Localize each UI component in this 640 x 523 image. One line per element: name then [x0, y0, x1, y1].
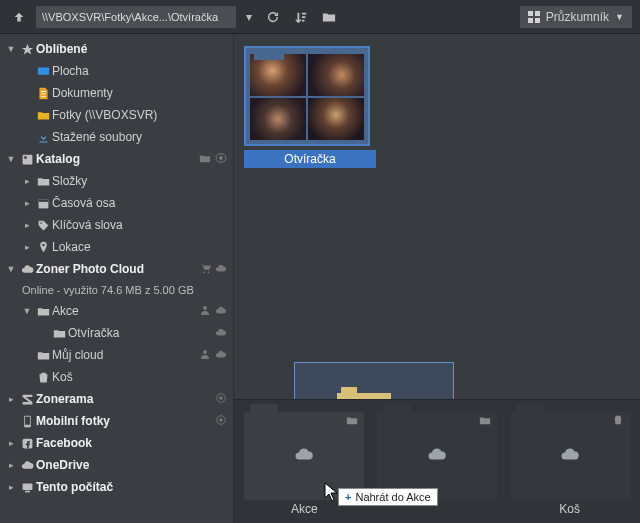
- sidebar-item-keywords[interactable]: ▸ Klíčová slova: [0, 214, 233, 236]
- svg-point-12: [203, 271, 205, 273]
- cart-icon[interactable]: [199, 262, 211, 277]
- folder-thumbnail: [244, 46, 370, 146]
- sidebar-item-folders[interactable]: ▸ Složky: [0, 170, 233, 192]
- cloud-icon: [294, 448, 314, 465]
- svg-point-14: [203, 306, 207, 310]
- cloud-icon[interactable]: [215, 304, 227, 319]
- sidebar-item-downloads[interactable]: ▸ Stažené soubory: [0, 126, 233, 148]
- cloud-icon: [560, 448, 580, 465]
- tag-icon: [34, 219, 52, 232]
- sidebar-facebook-header[interactable]: ▸ Facebook: [0, 432, 233, 454]
- sidebar-cloud-header[interactable]: ▼ Zoner Photo Cloud: [0, 258, 233, 280]
- gear-icon[interactable]: [215, 152, 227, 167]
- svg-rect-6: [24, 156, 26, 158]
- sidebar-favorites-header[interactable]: ▼ Oblíbené: [0, 38, 233, 60]
- cloud-status: Online - využito 74.6 MB z 5.00 GB: [0, 280, 233, 300]
- gear-icon[interactable]: [215, 392, 227, 407]
- sidebar-onedrive-header[interactable]: ▸ OneDrive: [0, 454, 233, 476]
- svg-point-7: [219, 156, 223, 160]
- facebook-icon: [18, 437, 36, 450]
- person-icon[interactable]: [199, 348, 211, 363]
- svg-rect-23: [22, 483, 32, 490]
- folder-small-icon: [346, 414, 358, 429]
- svg-rect-3: [535, 18, 540, 23]
- add-folder-icon[interactable]: [199, 152, 211, 167]
- sidebar-item-documents[interactable]: ▸ Dokumenty: [0, 82, 233, 104]
- svg-rect-2: [528, 18, 533, 23]
- cloud-icon[interactable]: [215, 348, 227, 363]
- trash-icon: [612, 414, 624, 429]
- sidebar-item-desktop[interactable]: ▸ Plocha: [0, 60, 233, 82]
- svg-point-10: [40, 222, 42, 224]
- svg-point-15: [203, 350, 207, 354]
- sidebar-item-trash[interactable]: ▸ Koš: [0, 366, 233, 388]
- person-icon[interactable]: [199, 304, 211, 319]
- caret-down-icon: ▼: [615, 12, 624, 22]
- pin-icon: [34, 241, 52, 254]
- phone-icon: [18, 415, 36, 428]
- svg-rect-5: [22, 154, 32, 164]
- svg-point-21: [219, 418, 222, 421]
- cloud-icon: [18, 263, 36, 276]
- refresh-button[interactable]: [262, 6, 284, 28]
- catalog-icon: [18, 153, 36, 166]
- sidebar-zonerama-header[interactable]: ▸ Zonerama: [0, 388, 233, 410]
- drag-tooltip: + Nahrát do Akce: [338, 488, 438, 506]
- toolbar: \\VBOXSVR\Fotky\Akce...\Otvíračka ▾ Průz…: [0, 0, 640, 34]
- download-icon: [34, 131, 52, 144]
- sidebar-item-otviracka[interactable]: ▸ Otvíračka: [0, 322, 233, 344]
- sidebar-mobile-header[interactable]: ▸ Mobilní fotky: [0, 410, 233, 432]
- drag-tooltip-text: Nahrát do Akce: [355, 491, 430, 503]
- folder-item-otviracka[interactable]: Otvíračka: [244, 46, 376, 168]
- plus-icon: +: [345, 491, 351, 503]
- sidebar-item-akce[interactable]: ▼ Akce: [0, 300, 233, 322]
- trash-icon: [34, 371, 52, 384]
- cloud-icon: [215, 326, 227, 341]
- desktop-icon: [34, 65, 52, 78]
- cloud-sync-icon[interactable]: [215, 262, 227, 277]
- document-icon: [34, 87, 52, 100]
- folder-icon: [34, 109, 52, 122]
- view-mode-label: Průzkumník: [546, 10, 609, 24]
- svg-point-11: [42, 243, 44, 245]
- calendar-icon: [34, 197, 52, 210]
- new-folder-button[interactable]: [318, 6, 340, 28]
- folder-icon: [50, 327, 68, 340]
- star-icon: [18, 43, 36, 56]
- svg-rect-0: [528, 11, 533, 16]
- address-bar[interactable]: \\VBOXSVR\Fotky\Akce...\Otvíračka: [36, 6, 236, 28]
- sidebar-item-mycloud[interactable]: ▸ Můj cloud: [0, 344, 233, 366]
- address-text: \\VBOXSVR\Fotky\Akce...\Otvíračka: [42, 11, 218, 23]
- svg-rect-9: [38, 199, 48, 201]
- sidebar-item-photos[interactable]: ▸ Fotky (\\VBOXSVR): [0, 104, 233, 126]
- view-mode-selector[interactable]: Průzkumník ▼: [520, 6, 632, 28]
- folder-small-icon: [479, 414, 491, 429]
- svg-point-17: [219, 396, 222, 399]
- cursor-icon: [324, 482, 338, 502]
- sidebar: ▼ Oblíbené ▸ Plocha ▸ Dokumenty ▸ Fotky …: [0, 34, 234, 523]
- sidebar-item-timeline[interactable]: ▸ Časová osa: [0, 192, 233, 214]
- svg-rect-1: [535, 11, 540, 16]
- folder-label: Otvíračka: [244, 150, 376, 168]
- zonerama-icon: [18, 393, 36, 406]
- shelf-item-trash[interactable]: Koš: [507, 406, 632, 523]
- sidebar-thispc-header[interactable]: ▸ Tento počítač: [0, 476, 233, 498]
- folder-icon: [34, 349, 52, 362]
- sidebar-catalog-header[interactable]: ▼ Katalog: [0, 148, 233, 170]
- onedrive-icon: [18, 459, 36, 472]
- svg-rect-19: [25, 416, 30, 424]
- computer-icon: [18, 481, 36, 494]
- sort-button[interactable]: [290, 6, 312, 28]
- svg-point-13: [208, 271, 210, 273]
- svg-rect-24: [25, 490, 30, 492]
- folder-icon: [34, 175, 52, 188]
- gear-icon[interactable]: [215, 414, 227, 429]
- favorites-label: Oblíbené: [36, 42, 227, 56]
- folder-icon: [34, 305, 52, 318]
- up-button[interactable]: [8, 6, 30, 28]
- address-dropdown[interactable]: ▾: [242, 10, 256, 24]
- cloud-icon: [427, 448, 447, 465]
- svg-rect-4: [37, 67, 48, 74]
- content-area[interactable]: Otvíračka Akce: [234, 34, 640, 523]
- sidebar-item-locations[interactable]: ▸ Lokace: [0, 236, 233, 258]
